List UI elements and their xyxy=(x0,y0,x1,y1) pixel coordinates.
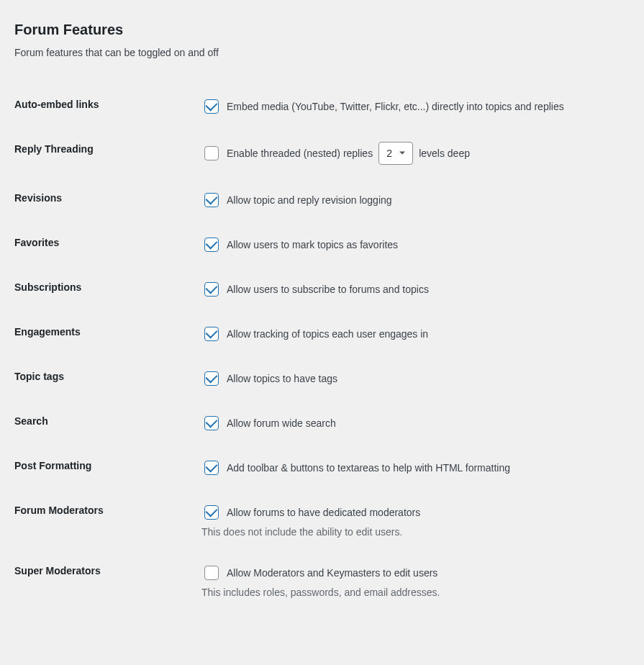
row-label-forum-moderators: Forum Moderators xyxy=(14,490,201,551)
super-moderators-checkbox[interactable] xyxy=(204,566,219,580)
row-label-super-moderators: Super Moderators xyxy=(14,551,201,611)
forum-features-table: Auto-embed links Embed media (YouTube, T… xyxy=(14,84,630,611)
forum-moderators-checkbox-label[interactable]: Allow forums to have dedicated moderator… xyxy=(227,507,420,518)
row-label-favorites: Favorites xyxy=(14,222,201,267)
engagements-checkbox-label[interactable]: Allow tracking of topics each user engag… xyxy=(227,328,428,340)
post-formatting-checkbox-label[interactable]: Add toolbar & buttons to textareas to he… xyxy=(227,462,510,474)
row-label-search: Search xyxy=(14,401,201,445)
row-label-subscriptions: Subscriptions xyxy=(14,267,201,312)
favorites-checkbox-label[interactable]: Allow users to mark topics as favorites xyxy=(227,239,398,250)
topic-tags-checkbox-label[interactable]: Allow topics to have tags xyxy=(227,373,337,384)
post-formatting-checkbox[interactable] xyxy=(204,461,219,475)
forum-moderators-checkbox[interactable] xyxy=(204,505,219,520)
row-label-revisions: Revisions xyxy=(14,178,201,222)
revisions-checkbox-label[interactable]: Allow topic and reply revision logging xyxy=(227,194,392,206)
engagements-checkbox[interactable] xyxy=(204,327,219,341)
row-label-topic-tags: Topic tags xyxy=(14,356,201,401)
topic-tags-checkbox[interactable] xyxy=(204,371,219,386)
reply-threading-levels-select[interactable]: 2 xyxy=(378,142,413,165)
revisions-checkbox[interactable] xyxy=(204,193,219,207)
subscriptions-checkbox-label[interactable]: Allow users to subscribe to forums and t… xyxy=(227,284,429,295)
row-label-auto-embed: Auto-embed links xyxy=(14,84,201,129)
section-title: Forum Features xyxy=(14,22,630,38)
super-moderators-description: This includes roles, passwords, and emai… xyxy=(201,587,630,598)
row-label-reply-threading: Reply Threading xyxy=(14,129,201,178)
reply-threading-checkbox[interactable] xyxy=(204,146,219,160)
search-checkbox[interactable] xyxy=(204,416,219,430)
reply-threading-label-after: levels deep xyxy=(419,148,470,159)
subscriptions-checkbox[interactable] xyxy=(204,282,219,297)
forum-moderators-description: This does not include the ability to edi… xyxy=(201,526,630,538)
section-description: Forum features that can be toggled on an… xyxy=(14,47,630,58)
super-moderators-checkbox-label[interactable]: Allow Moderators and Keymasters to edit … xyxy=(227,567,437,579)
row-label-post-formatting: Post Formatting xyxy=(14,445,201,490)
row-label-engagements: Engagements xyxy=(14,312,201,356)
favorites-checkbox[interactable] xyxy=(204,238,219,252)
reply-threading-label-before[interactable]: Enable threaded (nested) replies xyxy=(227,148,373,159)
search-checkbox-label[interactable]: Allow forum wide search xyxy=(227,417,336,429)
auto-embed-checkbox-label[interactable]: Embed media (YouTube, Twitter, Flickr, e… xyxy=(227,101,564,112)
auto-embed-checkbox[interactable] xyxy=(204,99,219,114)
